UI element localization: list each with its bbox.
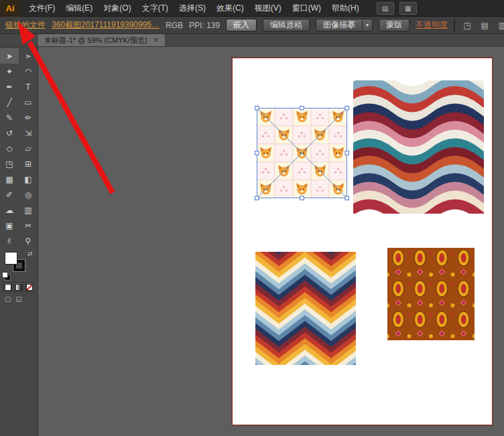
slice-tool[interactable]: ✂: [19, 218, 38, 233]
menu-file[interactable]: 文件(F): [23, 0, 60, 17]
menu-edit[interactable]: 编辑(E): [60, 0, 98, 17]
pen-tool[interactable]: ✒: [0, 79, 19, 94]
image-trace-dropdown-icon[interactable]: ▼: [363, 19, 373, 31]
menu-window[interactable]: 窗口(W): [287, 0, 326, 17]
control-bar-icons: ◳▤▥▦≡: [461, 20, 504, 31]
ppi-label: PPI: 139: [189, 21, 220, 30]
align-panel-icon[interactable]: ▤: [479, 20, 491, 31]
opacity-select[interactable]: 100% ▼: [454, 19, 455, 32]
edit-original-button[interactable]: 编辑原稿: [263, 19, 310, 31]
tab-close-icon[interactable]: ×: [154, 35, 159, 45]
type-tool[interactable]: T: [19, 79, 38, 94]
selection-tool[interactable]: ➤: [0, 48, 19, 64]
menu-help[interactable]: 帮助(H): [326, 0, 365, 17]
scale-tool[interactable]: ⇲: [19, 125, 38, 141]
cat-pattern-image[interactable]: [257, 108, 347, 198]
ornate-pattern-image[interactable]: [387, 248, 475, 340]
color-mode-label: RGB: [166, 21, 183, 30]
none-button[interactable]: [25, 282, 34, 292]
menu-type[interactable]: 文字(T): [137, 0, 174, 17]
tools-grid: ➤➣✦◠✒T╱▭✎✏↺⇲◇▱◳⊞▦◧✐◎☁▥▣✂✌⚲: [0, 47, 38, 248]
wave-pattern-image[interactable]: [353, 80, 484, 214]
chevron-pattern-graphic: [255, 252, 356, 365]
menu-bar: Ai 文件(F)编辑(E)对象(O)文字(T)选择(S)效果(C)视图(V)窗口…: [0, 0, 504, 17]
pencil-tool[interactable]: ✏: [19, 110, 38, 125]
cat-pattern-graphic: [257, 108, 347, 198]
illustrator-window: Ai 文件(F)编辑(E)对象(O)文字(T)选择(S)效果(C)视图(V)窗口…: [0, 0, 504, 436]
linked-file-name[interactable]: 360截图2017111919390995…: [52, 19, 160, 31]
menu-effect[interactable]: 效果(C): [211, 0, 249, 17]
mesh-tool[interactable]: ▦: [0, 171, 19, 187]
shape-builder-tool[interactable]: ◳: [0, 156, 19, 171]
magic-wand-tool[interactable]: ✦: [0, 64, 19, 79]
blend-tool[interactable]: ◎: [19, 187, 38, 202]
document-tab[interactable]: 未标题-1* @ 59% (CMYK/预览) ×: [38, 34, 166, 46]
swap-fill-stroke-icon[interactable]: ⇄: [27, 250, 33, 257]
free-transform-tool[interactable]: ▱: [19, 141, 38, 156]
control-bar: 链接的文件 360截图2017111919390995… RGB PPI: 13…: [0, 17, 504, 34]
menu-view[interactable]: 视图(V): [249, 0, 287, 17]
direct-selection-tool[interactable]: ➣: [19, 48, 38, 64]
mask-button[interactable]: 蒙版: [379, 19, 410, 31]
document-tab-bar: 未标题-1* @ 59% (CMYK/预览) ×: [0, 34, 504, 47]
style-dropdown-icon[interactable]: ◳: [461, 20, 473, 31]
rotate-tool[interactable]: ↺: [0, 125, 19, 141]
artboard[interactable]: [232, 58, 493, 425]
chevron-pattern-image[interactable]: [255, 252, 356, 365]
screen-mode-icon[interactable]: ◱: [15, 295, 21, 303]
tools-panel: ➤➣✦◠✒T╱▭✎✏↺⇲◇▱◳⊞▦◧✐◎☁▥▣✂✌⚲ ⇄ ▢ ◱: [0, 47, 38, 436]
lasso-tool[interactable]: ◠: [19, 64, 38, 79]
line-segment-tool[interactable]: ╱: [0, 94, 19, 110]
image-trace-button[interactable]: 图像描摹: [316, 19, 363, 31]
menu-object[interactable]: 对象(O): [98, 0, 136, 17]
rectangle-tool[interactable]: ▭: [19, 94, 38, 110]
draw-mode-icon[interactable]: ▢: [5, 295, 11, 303]
color-button[interactable]: [3, 282, 12, 292]
default-fill-mini: [2, 272, 8, 278]
paintbrush-tool[interactable]: ✎: [0, 110, 19, 125]
fill-color-swatch[interactable]: [5, 252, 17, 265]
embed-button[interactable]: 嵌入: [226, 19, 257, 31]
transform-panel-icon[interactable]: ▥: [496, 20, 504, 31]
menu-bar-icons: ▤▦: [377, 2, 417, 15]
mode-buttons: ▢ ◱: [0, 293, 38, 305]
workspace-switcher-icon[interactable]: ▦: [399, 2, 417, 15]
menu-select[interactable]: 选择(S): [174, 0, 211, 17]
gradient-button[interactable]: [14, 282, 23, 292]
gradient-tool[interactable]: ◧: [19, 171, 38, 187]
symbol-sprayer-tool[interactable]: ☁: [0, 202, 19, 218]
fill-stroke-swatches: ⇄: [0, 250, 38, 281]
width-tool[interactable]: ◇: [0, 141, 19, 156]
ornate-pattern-graphic: [387, 248, 475, 340]
wave-pattern-graphic: [353, 80, 484, 214]
app-logo: Ai: [0, 0, 20, 17]
opacity-value: 100%: [454, 19, 455, 31]
column-graph-tool[interactable]: ▥: [19, 202, 38, 218]
eyedropper-tool[interactable]: ✐: [0, 187, 19, 202]
linked-file-label[interactable]: 链接的文件: [5, 19, 46, 31]
document-tab-title: 未标题-1* @ 59% (CMYK/预览): [44, 35, 147, 46]
opacity-label[interactable]: 不透明度: [416, 19, 448, 31]
artboard-tool[interactable]: ▣: [0, 218, 19, 233]
image-trace-split-button: 图像描摹 ▼: [316, 19, 373, 31]
canvas[interactable]: [38, 47, 504, 436]
hand-tool[interactable]: ✌: [0, 233, 19, 248]
zoom-tool[interactable]: ⚲: [19, 233, 38, 248]
menu-items: 文件(F)编辑(E)对象(O)文字(T)选择(S)效果(C)视图(V)窗口(W)…: [23, 0, 365, 17]
default-fill-stroke-icon[interactable]: [2, 272, 11, 280]
perspective-grid-tool[interactable]: ⊞: [19, 156, 38, 171]
color-mode-buttons: [0, 281, 38, 293]
bridge-icon[interactable]: ▤: [377, 2, 394, 15]
